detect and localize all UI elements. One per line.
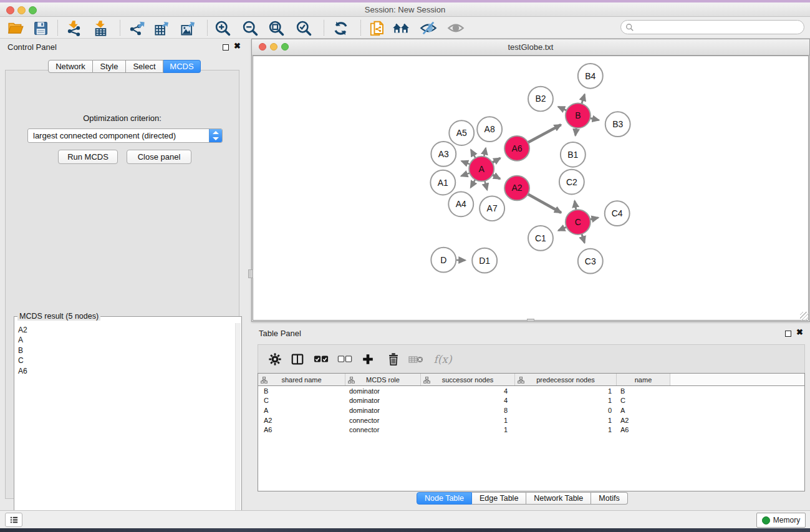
graph-edge-A-A4[interactable] — [471, 180, 475, 188]
table-cell[interactable]: B — [617, 387, 670, 395]
table-cell[interactable]: A — [617, 407, 670, 414]
open-session-file-button[interactable] — [368, 19, 387, 37]
open-file-button[interactable] — [6, 19, 25, 37]
table-cell[interactable]: 4 — [421, 387, 515, 395]
table-cell[interactable]: C — [617, 397, 670, 404]
table-cell[interactable]: A6 — [258, 426, 345, 433]
network-window-titlebar[interactable]: testGlobe.txt — [252, 39, 809, 56]
network-vertical-scrollbar-thumb[interactable] — [248, 269, 253, 278]
table-cell[interactable]: A2 — [258, 417, 345, 424]
table-row[interactable]: Bdominator41B — [258, 386, 804, 396]
mcds-result-item[interactable]: A2 — [18, 325, 234, 335]
hide-graphics-details-button[interactable] — [419, 19, 438, 37]
table-cell[interactable]: dominator — [345, 387, 421, 395]
table-close-panel-icon[interactable]: ✖ — [796, 327, 803, 337]
graph-edge-A2-C[interactable] — [528, 194, 561, 213]
mcds-result-item[interactable]: C — [18, 355, 234, 365]
zoom-selected-button[interactable] — [294, 19, 313, 37]
mcds-result-scrollbar[interactable] — [235, 323, 241, 528]
tab-mcds[interactable]: MCDS — [163, 60, 201, 73]
column-header-mcds-role[interactable]: MCDS role — [345, 374, 421, 385]
add-column-button[interactable] — [360, 351, 376, 367]
table-cell[interactable]: 1 — [421, 426, 515, 433]
network-canvas[interactable]: B4B2BB3A5A8A3A6B1AA1C2A2A4A7C4CC1C3DD1 — [253, 56, 809, 321]
show-graphics-details-button[interactable] — [446, 19, 465, 37]
table-row[interactable]: Adominator80A — [258, 405, 804, 415]
run-mcds-button[interactable]: Run MCDS — [58, 150, 118, 164]
window-resize-grip[interactable] — [800, 312, 809, 321]
graph-edge-B-B2[interactable] — [558, 107, 566, 110]
graph-edge-C-C1[interactable] — [558, 227, 566, 231]
select-all-button[interactable] — [313, 351, 329, 367]
table-cell[interactable]: A6 — [617, 426, 670, 433]
zoom-fit-button[interactable] — [267, 19, 286, 37]
table-settings-button[interactable] — [267, 351, 283, 367]
tab-node-table[interactable]: Node Table — [417, 492, 472, 505]
memory-button[interactable]: Memory — [756, 513, 806, 528]
export-table-button[interactable] — [152, 19, 171, 37]
mcds-result-item[interactable]: A — [18, 335, 234, 345]
table-cell[interactable]: 1 — [515, 397, 617, 404]
network-graph[interactable]: B4B2BB3A5A8A3A6B1AA1C2A2A4A7C4CC1C3DD1 — [253, 56, 808, 320]
table-cell[interactable]: 1 — [515, 387, 617, 395]
column-header-name[interactable]: name — [617, 374, 670, 385]
mcds-result-item[interactable]: B — [18, 346, 234, 355]
tab-motifs[interactable]: Motifs — [591, 492, 627, 505]
delete-column-button[interactable] — [385, 351, 402, 367]
tab-select[interactable]: Select — [126, 60, 163, 73]
table-row[interactable]: A6connector11A6 — [258, 425, 804, 435]
graph-edge-B-B4[interactable] — [582, 94, 585, 104]
graph-edge-A-A3[interactable] — [461, 161, 470, 164]
export-image-button[interactable] — [178, 19, 197, 37]
table-row[interactable]: A2connector11A2 — [258, 415, 804, 425]
refresh-button[interactable] — [331, 19, 350, 37]
column-header-successor-nodes[interactable]: successor nodes — [421, 374, 515, 385]
delete-table-button[interactable] — [408, 351, 424, 367]
tab-network[interactable]: Network — [48, 60, 93, 73]
home-button[interactable] — [392, 19, 410, 37]
table-cell[interactable]: connector — [345, 417, 421, 424]
graph-edge-A-A8[interactable] — [484, 148, 486, 157]
table-cell[interactable]: A — [258, 407, 345, 414]
graph-edge-C-C2[interactable] — [575, 201, 576, 210]
table-cell[interactable]: 8 — [421, 407, 515, 414]
table-cell[interactable]: dominator — [345, 397, 421, 404]
table-cell[interactable]: 1 — [515, 426, 617, 433]
graph-edge-B-B3[interactable] — [590, 118, 599, 120]
table-float-panel-icon[interactable] — [785, 331, 791, 337]
save-session-button[interactable] — [31, 19, 50, 37]
tab-network-table[interactable]: Network Table — [526, 492, 591, 505]
table-cell[interactable]: 0 — [515, 407, 617, 414]
graph-edge-B-B1[interactable] — [576, 128, 577, 135]
graph-edge-A-A6[interactable] — [492, 158, 500, 162]
search-input[interactable] — [620, 20, 804, 34]
graph-edge-A-A5[interactable] — [471, 150, 475, 158]
table-cell[interactable]: 1 — [515, 417, 617, 424]
table-cell[interactable]: connector — [345, 426, 421, 433]
tab-style[interactable]: Style — [93, 60, 126, 73]
table-cell[interactable]: 4 — [421, 397, 515, 404]
toggle-column-button[interactable] — [289, 351, 306, 367]
export-network-button[interactable] — [127, 19, 145, 37]
mcds-result-item[interactable]: A6 — [18, 366, 234, 376]
table-cell[interactable]: B — [258, 387, 345, 395]
mcds-result-list[interactable]: A2ABCA6 — [15, 323, 234, 528]
task-history-button[interactable] — [5, 513, 22, 527]
import-table-button[interactable] — [91, 19, 110, 37]
close-panel-icon[interactable]: ✖ — [234, 41, 241, 51]
function-builder-button[interactable]: f(x) — [430, 351, 455, 367]
column-header-predecessor-nodes[interactable]: predecessor nodes — [515, 374, 617, 385]
network-horizontal-scrollbar-thumb[interactable] — [527, 319, 534, 322]
graph-edge-A-A1[interactable] — [461, 173, 470, 176]
table-cell[interactable]: A2 — [617, 417, 670, 424]
table-cell[interactable]: dominator — [345, 407, 421, 414]
graph-edge-C-C4[interactable] — [590, 218, 598, 220]
graph-edge-A6-B[interactable] — [528, 125, 561, 143]
table-row[interactable]: Cdominator41C — [258, 396, 804, 406]
table-cell[interactable]: 1 — [421, 417, 515, 424]
graph-edge-A-A7[interactable] — [485, 181, 487, 190]
close-panel-button[interactable]: Close panel — [127, 150, 191, 164]
float-panel-icon[interactable] — [223, 44, 229, 51]
tab-edge-table[interactable]: Edge Table — [472, 492, 526, 505]
column-header-shared-name[interactable]: shared name — [258, 374, 345, 385]
